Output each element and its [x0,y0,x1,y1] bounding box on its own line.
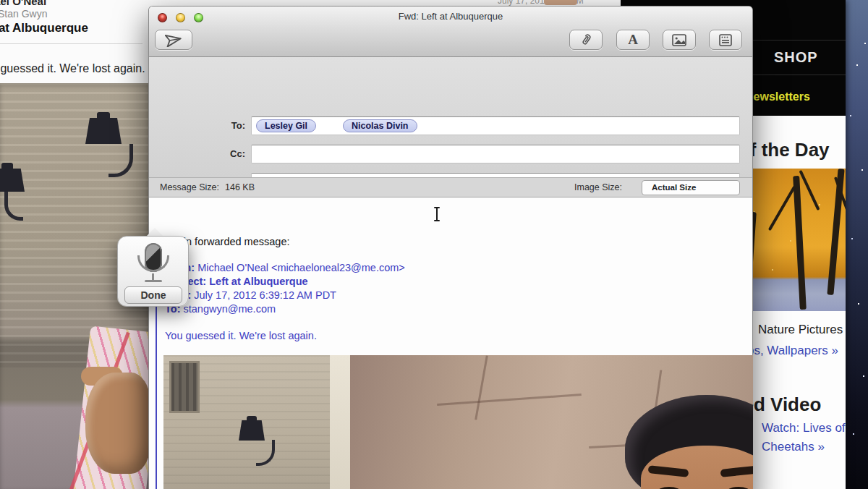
dictation-done-button[interactable]: Done [124,286,182,304]
window-chrome: Fwd: Left at Albuquerque A [149,7,752,57]
forwarded-message-text: You guessed it. We're lost again. [165,330,317,341]
street-lamp-icon [247,416,257,421]
photo-window [169,361,200,413]
viewer-message-text: You guessed it. We're lost again. [0,62,145,75]
to-label: To: [149,120,245,131]
photo-stone-wall [350,355,753,489]
nav-link-shop[interactable]: SHOP [774,49,818,66]
watch-cheetahs-link[interactable]: Cheetahs » [762,440,825,454]
send-button[interactable] [155,30,192,50]
image-size-label: Image Size: [574,182,622,192]
desktop: SHOP Newsletters Photo of the Day Nature… [0,0,868,489]
ibeam-cursor [433,207,441,221]
microphone-icon [152,273,154,280]
fonts-button[interactable]: A [616,30,650,50]
message-size: Message Size:146 KB [160,182,255,192]
microphone-icon [137,255,169,272]
image-size-dropdown[interactable]: Actual Size [642,180,740,195]
street-lamp-icon [109,144,133,177]
viewer-subject: Left at Albuquerque [0,21,88,35]
message-size-value: 146 KB [225,182,255,192]
viewer-sender: Michael O'Neal [0,0,46,7]
viewer-recipient: Stan Gwyn [0,8,47,20]
to-field[interactable]: Lesley Gil Nicolas Divin [251,116,740,135]
photo-icon [672,34,686,46]
microphone-icon [145,280,162,282]
dictation-popup: Done [117,228,190,307]
photo-sky-sliver [330,355,350,489]
message-body-editor[interactable]: Begin forwarded message: From: Michael O… [149,197,752,489]
tree-silhouette [799,170,820,211]
street-lamp-icon [0,169,25,192]
street-lamp-icon [85,118,122,144]
paperclip-icon [579,33,593,47]
cc-field[interactable] [251,145,740,163]
street-lamp-icon [97,112,110,119]
stationery-button[interactable] [709,30,742,50]
recipient-pill[interactable]: Lesley Gil [256,119,316,132]
hand [85,373,148,474]
stationery-icon [719,34,732,46]
dictation-panel: Done [117,236,189,307]
divider [0,43,142,44]
watch-cheetahs-link[interactable]: Watch: Lives of [762,421,846,435]
sender-avatar [544,0,577,5]
street-lamp-icon [4,192,23,221]
inline-photo-attachment [163,355,753,489]
photo-building [163,355,330,489]
address-fields-panel: To: Lesley Gil Nicolas Divin Cc: Subject… [149,57,752,177]
recipient-pill[interactable]: Nicolas Divin [343,119,417,132]
fwd-header-date: Date: July 17, 2012 6:39:12 AM PDT [165,289,336,301]
attach-button[interactable] [569,30,603,50]
photo-browser-button[interactable] [663,30,696,50]
street-lamp-icon [256,440,275,466]
tree-silhouette [768,186,796,231]
window-title: Fwd: Left at Albuquerque [149,11,752,22]
cc-label: Cc: [149,148,245,159]
send-icon [165,33,182,47]
mail-compose-window: Fwd: Left at Albuquerque A [148,6,753,489]
tree-silhouette [827,169,844,295]
street-lamp-icon [239,420,265,441]
nav-link-newsletters[interactable]: Newsletters [745,90,810,103]
tree-silhouette [793,176,807,310]
message-info-bar: Message Size:146 KB Image Size: Actual S… [149,177,752,197]
street-lamp-icon [1,163,13,169]
nature-pictures-label: Nature Pictures [758,323,843,337]
fwd-header-from: From: Michael O'Neal <michaeloneal23@me.… [165,262,405,273]
message-size-label: Message Size: [160,182,219,192]
fonts-icon: A [628,32,638,48]
